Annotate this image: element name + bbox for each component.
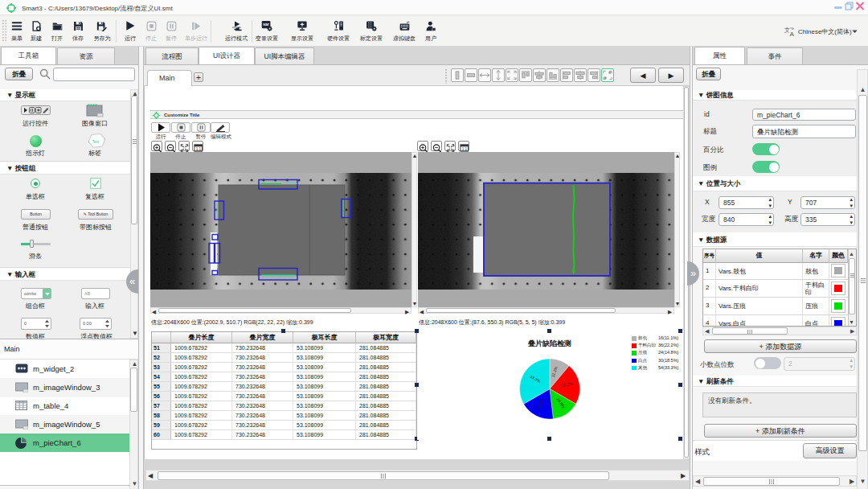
svg-text:1:1: 1:1: [196, 147, 202, 151]
svg-text:var: var: [263, 22, 269, 27]
svg-text:A: A: [790, 31, 795, 37]
svg-text:Text: Text: [92, 140, 100, 144]
svg-text:1:1: 1:1: [462, 147, 468, 151]
